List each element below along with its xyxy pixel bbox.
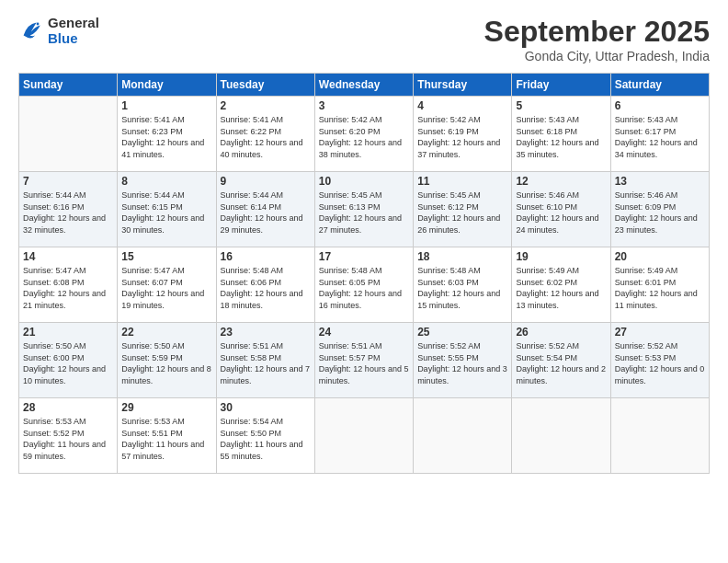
day-info: Sunrise: 5:51 AMSunset: 5:57 PMDaylight:… <box>319 340 409 386</box>
calendar-cell: 21Sunrise: 5:50 AMSunset: 6:00 PMDayligh… <box>19 323 118 398</box>
calendar-cell: 6Sunrise: 5:43 AMSunset: 6:17 PMDaylight… <box>610 97 709 172</box>
logo-text: General Blue <box>48 15 99 47</box>
day-number: 26 <box>516 326 606 339</box>
day-info: Sunrise: 5:50 AMSunset: 5:59 PMDaylight:… <box>121 340 211 386</box>
day-info: Sunrise: 5:44 AMSunset: 6:14 PMDaylight:… <box>221 190 311 236</box>
day-info: Sunrise: 5:49 AMSunset: 6:02 PMDaylight:… <box>516 265 606 311</box>
day-info: Sunrise: 5:42 AMSunset: 6:20 PMDaylight:… <box>319 114 409 160</box>
title-block: September 2025 Gonda City, Uttar Pradesh… <box>484 15 710 63</box>
day-number: 25 <box>417 326 507 339</box>
day-info: Sunrise: 5:41 AMSunset: 6:22 PMDaylight:… <box>221 114 311 160</box>
day-info: Sunrise: 5:49 AMSunset: 6:01 PMDaylight:… <box>615 265 705 311</box>
calendar-cell <box>19 97 118 172</box>
calendar-cell <box>610 398 709 474</box>
day-info: Sunrise: 5:52 AMSunset: 5:54 PMDaylight:… <box>516 340 606 386</box>
calendar-header-row: SundayMondayTuesdayWednesdayThursdayFrid… <box>19 74 710 97</box>
day-number: 3 <box>319 99 409 112</box>
logo: General Blue <box>18 15 99 47</box>
day-number: 20 <box>615 250 705 263</box>
weekday-header-monday: Monday <box>118 74 216 97</box>
weekday-header-tuesday: Tuesday <box>216 74 314 97</box>
calendar-cell: 7Sunrise: 5:44 AMSunset: 6:16 PMDaylight… <box>19 172 118 247</box>
day-info: Sunrise: 5:43 AMSunset: 6:17 PMDaylight:… <box>615 114 705 160</box>
day-info: Sunrise: 5:45 AMSunset: 6:12 PMDaylight:… <box>417 190 507 236</box>
calendar-cell: 24Sunrise: 5:51 AMSunset: 5:57 PMDayligh… <box>314 323 413 398</box>
day-number: 6 <box>615 99 705 112</box>
calendar-cell: 17Sunrise: 5:48 AMSunset: 6:05 PMDayligh… <box>314 247 413 323</box>
calendar-cell: 12Sunrise: 5:46 AMSunset: 6:10 PMDayligh… <box>512 172 610 247</box>
day-info: Sunrise: 5:53 AMSunset: 5:52 PMDaylight:… <box>23 416 113 462</box>
day-info: Sunrise: 5:48 AMSunset: 6:06 PMDaylight:… <box>221 265 311 311</box>
day-number: 17 <box>319 250 409 263</box>
calendar-cell: 18Sunrise: 5:48 AMSunset: 6:03 PMDayligh… <box>414 247 512 323</box>
day-number: 13 <box>615 175 705 188</box>
day-number: 2 <box>221 99 311 112</box>
weekday-header-saturday: Saturday <box>610 74 709 97</box>
day-number: 16 <box>221 250 311 263</box>
logo-general: General <box>48 15 99 30</box>
day-info: Sunrise: 5:53 AMSunset: 5:51 PMDaylight:… <box>121 416 211 462</box>
day-number: 18 <box>417 250 507 263</box>
calendar-cell <box>314 398 413 474</box>
calendar-cell: 22Sunrise: 5:50 AMSunset: 5:59 PMDayligh… <box>118 323 216 398</box>
calendar-cell: 20Sunrise: 5:49 AMSunset: 6:01 PMDayligh… <box>610 247 709 323</box>
day-number: 5 <box>516 99 606 112</box>
calendar-cell: 19Sunrise: 5:49 AMSunset: 6:02 PMDayligh… <box>512 247 610 323</box>
logo-blue: Blue <box>48 30 78 46</box>
day-number: 19 <box>516 250 606 263</box>
day-info: Sunrise: 5:52 AMSunset: 5:53 PMDaylight:… <box>615 340 705 386</box>
day-number: 29 <box>121 401 211 414</box>
day-info: Sunrise: 5:42 AMSunset: 6:19 PMDaylight:… <box>417 114 507 160</box>
day-number: 30 <box>221 401 311 414</box>
day-info: Sunrise: 5:48 AMSunset: 6:05 PMDaylight:… <box>319 265 409 311</box>
calendar-cell: 28Sunrise: 5:53 AMSunset: 5:52 PMDayligh… <box>19 398 118 474</box>
calendar-cell: 26Sunrise: 5:52 AMSunset: 5:54 PMDayligh… <box>512 323 610 398</box>
day-info: Sunrise: 5:41 AMSunset: 6:23 PMDaylight:… <box>121 114 211 160</box>
svg-point-0 <box>37 23 40 26</box>
day-info: Sunrise: 5:51 AMSunset: 5:58 PMDaylight:… <box>221 340 311 386</box>
calendar-cell: 9Sunrise: 5:44 AMSunset: 6:14 PMDaylight… <box>216 172 314 247</box>
calendar-cell: 13Sunrise: 5:46 AMSunset: 6:09 PMDayligh… <box>610 172 709 247</box>
day-info: Sunrise: 5:46 AMSunset: 6:10 PMDaylight:… <box>516 190 606 236</box>
day-number: 10 <box>319 175 409 188</box>
day-info: Sunrise: 5:52 AMSunset: 5:55 PMDaylight:… <box>417 340 507 386</box>
day-number: 23 <box>221 326 311 339</box>
day-info: Sunrise: 5:45 AMSunset: 6:13 PMDaylight:… <box>319 190 409 236</box>
calendar-week-row: 7Sunrise: 5:44 AMSunset: 6:16 PMDaylight… <box>19 172 710 247</box>
day-number: 27 <box>615 326 705 339</box>
calendar-cell: 16Sunrise: 5:48 AMSunset: 6:06 PMDayligh… <box>216 247 314 323</box>
day-info: Sunrise: 5:44 AMSunset: 6:16 PMDaylight:… <box>23 190 113 236</box>
day-info: Sunrise: 5:50 AMSunset: 6:00 PMDaylight:… <box>23 340 113 386</box>
weekday-header-sunday: Sunday <box>19 74 118 97</box>
day-number: 15 <box>121 250 211 263</box>
day-number: 21 <box>23 326 113 339</box>
calendar-cell <box>414 398 512 474</box>
day-number: 28 <box>23 401 113 414</box>
calendar-cell <box>512 398 610 474</box>
calendar-cell: 1Sunrise: 5:41 AMSunset: 6:23 PMDaylight… <box>118 97 216 172</box>
weekday-header-thursday: Thursday <box>414 74 512 97</box>
calendar-cell: 27Sunrise: 5:52 AMSunset: 5:53 PMDayligh… <box>610 323 709 398</box>
calendar-cell: 4Sunrise: 5:42 AMSunset: 6:19 PMDaylight… <box>414 97 512 172</box>
day-number: 7 <box>23 175 113 188</box>
day-info: Sunrise: 5:47 AMSunset: 6:08 PMDaylight:… <box>23 265 113 311</box>
calendar-week-row: 21Sunrise: 5:50 AMSunset: 6:00 PMDayligh… <box>19 323 710 398</box>
calendar-table: SundayMondayTuesdayWednesdayThursdayFrid… <box>18 73 710 474</box>
day-number: 12 <box>516 175 606 188</box>
calendar-cell: 23Sunrise: 5:51 AMSunset: 5:58 PMDayligh… <box>216 323 314 398</box>
day-number: 22 <box>121 326 211 339</box>
day-info: Sunrise: 5:47 AMSunset: 6:07 PMDaylight:… <box>121 265 211 311</box>
calendar-cell: 15Sunrise: 5:47 AMSunset: 6:07 PMDayligh… <box>118 247 216 323</box>
calendar-cell: 2Sunrise: 5:41 AMSunset: 6:22 PMDaylight… <box>216 97 314 172</box>
logo-icon <box>18 17 44 43</box>
calendar-week-row: 1Sunrise: 5:41 AMSunset: 6:23 PMDaylight… <box>19 97 710 172</box>
calendar-cell: 10Sunrise: 5:45 AMSunset: 6:13 PMDayligh… <box>314 172 413 247</box>
weekday-header-wednesday: Wednesday <box>314 74 413 97</box>
weekday-header-friday: Friday <box>512 74 610 97</box>
day-number: 9 <box>221 175 311 188</box>
day-number: 14 <box>23 250 113 263</box>
calendar-cell: 11Sunrise: 5:45 AMSunset: 6:12 PMDayligh… <box>414 172 512 247</box>
calendar-cell: 25Sunrise: 5:52 AMSunset: 5:55 PMDayligh… <box>414 323 512 398</box>
calendar-cell: 3Sunrise: 5:42 AMSunset: 6:20 PMDaylight… <box>314 97 413 172</box>
calendar-cell: 14Sunrise: 5:47 AMSunset: 6:08 PMDayligh… <box>19 247 118 323</box>
